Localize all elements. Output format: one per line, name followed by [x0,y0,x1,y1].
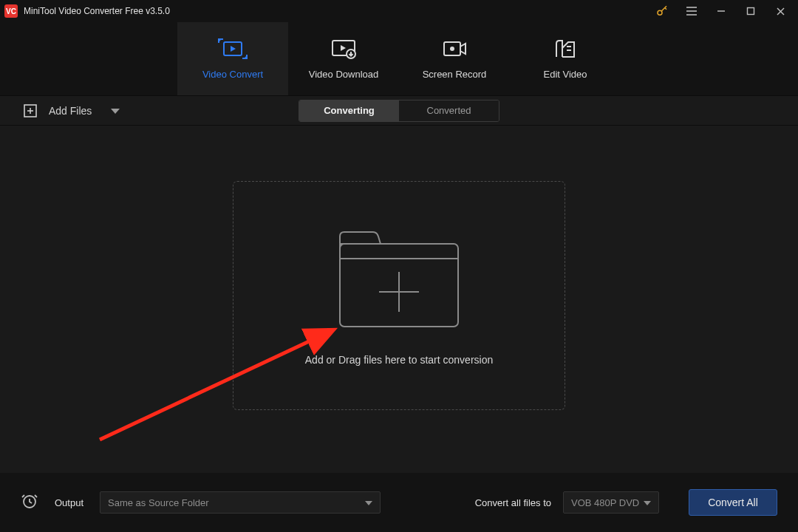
tab-label: Edit Video [543,69,587,80]
svg-rect-5 [748,8,754,15]
output-label: Output [55,497,83,508]
drop-hint: Add or Drag files here to start conversi… [305,354,493,366]
svg-marker-11 [341,45,346,51]
svg-marker-9 [231,46,236,52]
main-area: Add or Drag files here to start conversi… [0,126,798,466]
output-format-select[interactable]: VOB 480P DVD-V [563,491,659,514]
svg-marker-26 [365,501,372,505]
toolbar: Add Files Converting Converted [0,96,798,126]
schedule-icon[interactable] [21,492,38,513]
maximize-button[interactable] [736,0,765,22]
edit-video-icon [552,38,579,60]
app-logo: VC [4,4,18,18]
menu-icon[interactable] [677,0,706,22]
chevron-down-icon [365,497,372,508]
app-title: MiniTool Video Converter Free v3.5.0 [24,6,170,16]
main-nav: Video Convert Video Download Screen Reco… [0,22,798,96]
chevron-down-icon [644,497,651,508]
subtab-converted[interactable]: Converted [399,100,499,121]
output-folder-value: Same as Source Folder [108,497,209,508]
video-convert-icon [218,38,248,60]
add-files-button[interactable]: Add Files [0,96,132,125]
chevron-down-icon [111,105,120,117]
conversion-state-tabs: Converting Converted [299,100,499,122]
svg-marker-27 [644,501,651,505]
convert-all-button[interactable]: Convert All [689,489,777,516]
tab-screen-record[interactable]: Screen Record [399,22,510,95]
convert-all-label: Convert all files to [475,497,551,508]
video-download-icon [329,38,358,60]
svg-point-0 [658,10,662,15]
tab-label: Video Download [309,69,378,80]
screen-record-icon [440,38,469,60]
subtab-converting[interactable]: Converting [299,100,399,121]
upgrade-key-icon[interactable] [647,0,677,22]
tab-edit-video[interactable]: Edit Video [510,22,621,95]
minimize-button[interactable] [706,0,736,22]
drop-zone[interactable]: Add or Drag files here to start conversi… [233,181,565,410]
bottom-bar: Output Same as Source Folder Convert all… [0,473,798,532]
add-files-label: Add Files [49,105,92,117]
add-file-icon [22,103,38,119]
tab-label: Video Convert [202,69,263,80]
output-folder-select[interactable]: Same as Source Folder [100,491,381,514]
svg-point-14 [450,47,454,51]
folder-plus-icon [332,226,466,333]
titlebar: VC MiniTool Video Converter Free v3.5.0 [0,0,798,22]
tab-video-download[interactable]: Video Download [288,22,399,95]
tab-label: Screen Record [423,69,487,80]
tab-video-convert[interactable]: Video Convert [177,22,288,95]
svg-marker-18 [111,109,120,114]
output-format-value: VOB 480P DVD-V [571,497,639,508]
close-button[interactable] [765,0,795,22]
